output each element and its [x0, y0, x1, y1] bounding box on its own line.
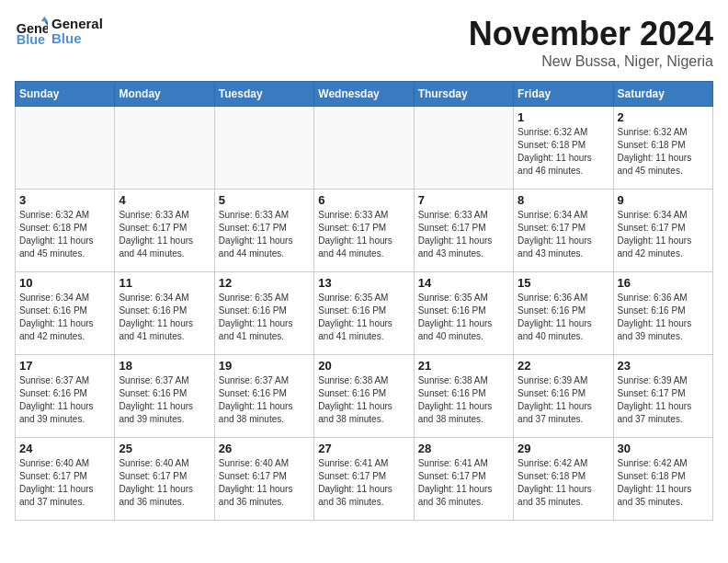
day-info: Sunrise: 6:34 AM Sunset: 6:16 PM Dayligh…	[19, 292, 110, 343]
day-number: 3	[19, 193, 110, 207]
day-number: 12	[219, 276, 310, 290]
day-info: Sunrise: 6:36 AM Sunset: 6:16 PM Dayligh…	[518, 292, 609, 343]
logo-general: General	[51, 17, 103, 32]
day-info: Sunrise: 6:40 AM Sunset: 6:17 PM Dayligh…	[119, 457, 210, 509]
calendar-cell	[115, 107, 214, 190]
day-number: 9	[618, 193, 709, 207]
calendar-cell: 12Sunrise: 6:35 AM Sunset: 6:16 PM Dayli…	[214, 272, 313, 355]
calendar-cell: 18Sunrise: 6:37 AM Sunset: 6:16 PM Dayli…	[115, 355, 214, 438]
day-number: 23	[618, 359, 709, 373]
calendar-cell	[214, 107, 313, 190]
calendar-cell: 30Sunrise: 6:42 AM Sunset: 6:18 PM Dayli…	[613, 438, 712, 521]
day-info: Sunrise: 6:35 AM Sunset: 6:16 PM Dayligh…	[219, 292, 310, 343]
day-number: 27	[318, 442, 409, 455]
svg-marker-2	[41, 17, 48, 21]
calendar-cell: 5Sunrise: 6:33 AM Sunset: 6:17 PM Daylig…	[214, 190, 313, 272]
calendar-cell: 17Sunrise: 6:37 AM Sunset: 6:16 PM Dayli…	[16, 355, 115, 438]
day-number: 24	[19, 442, 110, 455]
day-number: 29	[518, 442, 609, 455]
week-row-2: 3Sunrise: 6:32 AM Sunset: 6:18 PM Daylig…	[16, 190, 713, 272]
day-info: Sunrise: 6:40 AM Sunset: 6:17 PM Dayligh…	[219, 457, 310, 509]
calendar-cell: 16Sunrise: 6:36 AM Sunset: 6:16 PM Dayli…	[613, 272, 712, 355]
calendar-cell: 14Sunrise: 6:35 AM Sunset: 6:16 PM Dayli…	[414, 272, 513, 355]
logo-blue: Blue	[51, 31, 103, 47]
day-number: 4	[119, 193, 210, 207]
day-number: 15	[518, 276, 609, 290]
calendar-cell: 21Sunrise: 6:38 AM Sunset: 6:16 PM Dayli…	[414, 355, 513, 438]
svg-text:Blue: Blue	[17, 32, 45, 47]
calendar-title: November 2024	[469, 15, 713, 53]
day-info: Sunrise: 6:32 AM Sunset: 6:18 PM Dayligh…	[518, 126, 609, 178]
week-row-5: 24Sunrise: 6:40 AM Sunset: 6:17 PM Dayli…	[16, 438, 713, 521]
calendar-cell: 1Sunrise: 6:32 AM Sunset: 6:18 PM Daylig…	[514, 107, 613, 190]
day-number: 28	[418, 442, 509, 455]
calendar-cell: 9Sunrise: 6:34 AM Sunset: 6:17 PM Daylig…	[613, 190, 712, 272]
header: General Blue General Blue November 2024 …	[15, 15, 713, 70]
calendar-cell: 15Sunrise: 6:36 AM Sunset: 6:16 PM Dayli…	[514, 272, 613, 355]
day-number: 10	[19, 276, 110, 290]
day-info: Sunrise: 6:41 AM Sunset: 6:17 PM Dayligh…	[318, 457, 409, 509]
day-info: Sunrise: 6:33 AM Sunset: 6:17 PM Dayligh…	[119, 209, 210, 260]
col-saturday: Saturday	[613, 82, 712, 107]
day-info: Sunrise: 6:32 AM Sunset: 6:18 PM Dayligh…	[618, 126, 709, 178]
day-info: Sunrise: 6:42 AM Sunset: 6:18 PM Dayligh…	[618, 457, 709, 509]
day-info: Sunrise: 6:38 AM Sunset: 6:16 PM Dayligh…	[318, 374, 409, 426]
day-number: 17	[19, 359, 110, 373]
day-info: Sunrise: 6:41 AM Sunset: 6:17 PM Dayligh…	[418, 457, 509, 509]
calendar-cell: 7Sunrise: 6:33 AM Sunset: 6:17 PM Daylig…	[414, 190, 513, 272]
col-friday: Friday	[514, 82, 613, 107]
day-info: Sunrise: 6:38 AM Sunset: 6:16 PM Dayligh…	[418, 374, 509, 426]
calendar-cell: 19Sunrise: 6:37 AM Sunset: 6:16 PM Dayli…	[214, 355, 313, 438]
day-info: Sunrise: 6:33 AM Sunset: 6:17 PM Dayligh…	[219, 209, 310, 260]
day-number: 13	[318, 276, 409, 290]
day-number: 22	[518, 359, 609, 373]
day-number: 2	[618, 110, 709, 124]
calendar-cell: 20Sunrise: 6:38 AM Sunset: 6:16 PM Dayli…	[314, 355, 414, 438]
day-info: Sunrise: 6:32 AM Sunset: 6:18 PM Dayligh…	[19, 209, 110, 260]
calendar-cell: 11Sunrise: 6:34 AM Sunset: 6:16 PM Dayli…	[115, 272, 214, 355]
col-tuesday: Tuesday	[214, 82, 313, 107]
day-number: 7	[418, 193, 509, 207]
day-info: Sunrise: 6:37 AM Sunset: 6:16 PM Dayligh…	[219, 374, 310, 426]
day-info: Sunrise: 6:33 AM Sunset: 6:17 PM Dayligh…	[418, 209, 509, 260]
calendar-cell: 8Sunrise: 6:34 AM Sunset: 6:17 PM Daylig…	[514, 190, 613, 272]
calendar-subtitle: New Bussa, Niger, Nigeria	[469, 53, 713, 70]
calendar-cell: 23Sunrise: 6:39 AM Sunset: 6:17 PM Dayli…	[613, 355, 712, 438]
calendar-cell: 24Sunrise: 6:40 AM Sunset: 6:17 PM Dayli…	[16, 438, 115, 521]
day-info: Sunrise: 6:34 AM Sunset: 6:16 PM Dayligh…	[119, 292, 210, 343]
calendar-cell: 27Sunrise: 6:41 AM Sunset: 6:17 PM Dayli…	[314, 438, 414, 521]
day-number: 19	[219, 359, 310, 373]
day-number: 16	[618, 276, 709, 290]
day-number: 30	[618, 442, 709, 455]
logo: General Blue General Blue	[15, 15, 103, 48]
calendar-cell: 13Sunrise: 6:35 AM Sunset: 6:16 PM Dayli…	[314, 272, 414, 355]
col-sunday: Sunday	[16, 82, 115, 107]
day-info: Sunrise: 6:35 AM Sunset: 6:16 PM Dayligh…	[418, 292, 509, 343]
logo-icon: General Blue	[15, 15, 48, 48]
day-number: 21	[418, 359, 509, 373]
calendar-cell: 2Sunrise: 6:32 AM Sunset: 6:18 PM Daylig…	[613, 107, 712, 190]
day-number: 18	[119, 359, 210, 373]
calendar-cell: 26Sunrise: 6:40 AM Sunset: 6:17 PM Dayli…	[214, 438, 313, 521]
day-number: 25	[119, 442, 210, 455]
day-number: 8	[518, 193, 609, 207]
calendar-cell: 4Sunrise: 6:33 AM Sunset: 6:17 PM Daylig…	[115, 190, 214, 272]
week-row-1: 1Sunrise: 6:32 AM Sunset: 6:18 PM Daylig…	[16, 107, 713, 190]
day-info: Sunrise: 6:42 AM Sunset: 6:18 PM Dayligh…	[518, 457, 609, 509]
col-monday: Monday	[115, 82, 214, 107]
day-info: Sunrise: 6:35 AM Sunset: 6:16 PM Dayligh…	[318, 292, 409, 343]
day-number: 6	[318, 193, 409, 207]
calendar-cell: 10Sunrise: 6:34 AM Sunset: 6:16 PM Dayli…	[16, 272, 115, 355]
day-info: Sunrise: 6:33 AM Sunset: 6:17 PM Dayligh…	[318, 209, 409, 260]
calendar-cell: 28Sunrise: 6:41 AM Sunset: 6:17 PM Dayli…	[414, 438, 513, 521]
day-info: Sunrise: 6:40 AM Sunset: 6:17 PM Dayligh…	[19, 457, 110, 509]
calendar-cell	[414, 107, 513, 190]
day-info: Sunrise: 6:34 AM Sunset: 6:17 PM Dayligh…	[518, 209, 609, 260]
calendar-cell: 6Sunrise: 6:33 AM Sunset: 6:17 PM Daylig…	[314, 190, 414, 272]
day-number: 26	[219, 442, 310, 455]
week-row-4: 17Sunrise: 6:37 AM Sunset: 6:16 PM Dayli…	[16, 355, 713, 438]
day-number: 5	[219, 193, 310, 207]
calendar-cell: 25Sunrise: 6:40 AM Sunset: 6:17 PM Dayli…	[115, 438, 214, 521]
day-info: Sunrise: 6:34 AM Sunset: 6:17 PM Dayligh…	[618, 209, 709, 260]
day-info: Sunrise: 6:39 AM Sunset: 6:16 PM Dayligh…	[518, 374, 609, 426]
